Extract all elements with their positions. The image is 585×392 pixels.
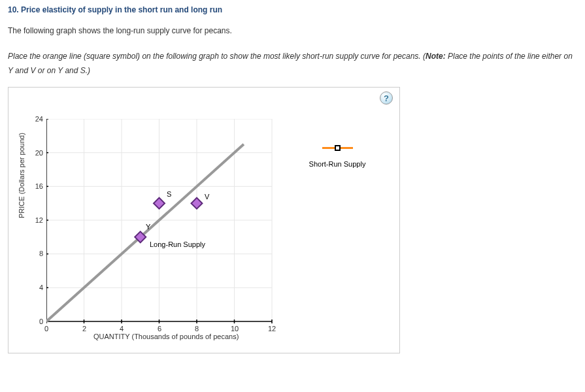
graph-container: ? 24 20 16 12 8 4 0 0 2 4 6 8 10 12 PRIC… [8, 87, 400, 353]
square-icon [335, 145, 341, 151]
legend-line-left [322, 147, 335, 149]
point-label-v: V [205, 193, 209, 201]
long-run-supply-line [46, 144, 244, 321]
long-run-supply-label: Long-Run Supply [150, 240, 205, 248]
y-tick-24: 24 [30, 115, 43, 123]
legend-line-right [340, 147, 353, 149]
legend: Short-Run Supply [301, 145, 373, 168]
y-tick-20: 20 [30, 149, 43, 157]
intro-text: The following graph shows the long-run s… [8, 26, 577, 35]
y-tick-16: 16 [30, 182, 43, 190]
question-title: 10. Price elasticity of supply in the sh… [8, 5, 577, 14]
legend-short-run-label: Short-Run Supply [301, 160, 373, 168]
short-run-supply-draggable[interactable] [301, 145, 373, 151]
plot-area[interactable]: Y S V Long-Run Supply [46, 119, 272, 321]
y-tick-12: 12 [30, 216, 43, 224]
y-tick-4: 4 [30, 284, 43, 291]
chart-svg [46, 119, 282, 328]
help-icon[interactable]: ? [380, 91, 393, 105]
help-glyph: ? [384, 93, 389, 103]
y-tick-8: 8 [30, 250, 43, 257]
x-axis-label: QUANTITY (Thousands of pounds of pecans) [93, 333, 239, 340]
y-axis-label: PRICE (Dollars per pound) [18, 133, 25, 218]
instruction-pre: Place the orange line (square symbol) on… [8, 52, 426, 61]
point-label-s: S [167, 190, 171, 198]
instruction-text: Place the orange line (square symbol) on… [8, 50, 577, 78]
instruction-note-label: Note: [426, 52, 446, 61]
point-label-y: Y [146, 223, 150, 231]
